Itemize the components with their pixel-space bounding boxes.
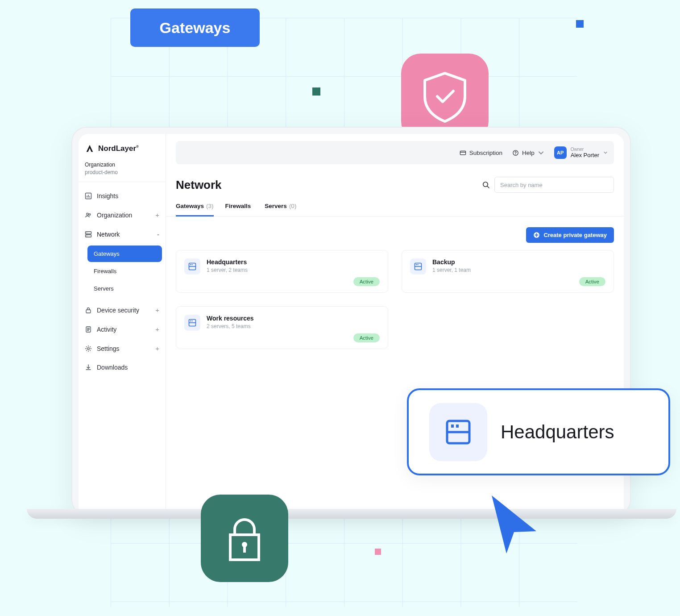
lock-badge: [201, 495, 288, 582]
gateway-name: Work resources: [207, 315, 254, 322]
sidebar: NordLayer® Organization product-demo Ins…: [79, 134, 166, 515]
org-block: Organization product-demo: [79, 160, 166, 182]
decorative-square: [375, 549, 381, 555]
brand-logo-icon: [85, 144, 95, 154]
page-title: Network: [176, 178, 222, 192]
gateway-card[interactable]: Backup 1 server, 1 team Active: [402, 250, 614, 293]
lock-icon: [222, 512, 267, 565]
server-icon: [184, 315, 200, 331]
svg-point-6: [87, 235, 87, 236]
callout-card: Headquarters: [407, 388, 670, 475]
gear-icon: [85, 345, 92, 352]
status-badge: Active: [353, 277, 380, 286]
status-badge: Active: [353, 333, 380, 342]
server-icon: [410, 258, 426, 275]
brand: NordLayer®: [79, 134, 166, 160]
svg-point-9: [87, 347, 89, 349]
chart-icon: [85, 192, 92, 200]
svg-rect-3: [86, 232, 91, 234]
topbar: Subscription Help AP Owner Alex Porter: [176, 141, 614, 164]
svg-rect-23: [192, 320, 193, 321]
org-name: product-demo: [85, 169, 159, 175]
org-label: Organization: [85, 162, 159, 168]
status-badge: Active: [579, 277, 605, 286]
svg-point-5: [87, 232, 87, 233]
svg-point-12: [515, 154, 516, 154]
svg-rect-17: [192, 264, 193, 265]
lock-icon: [85, 307, 92, 314]
brand-name: NordLayer®: [98, 144, 139, 153]
gateway-name: Headquarters: [207, 258, 248, 266]
svg-rect-29: [456, 425, 459, 428]
floating-label-gateways: Gateways: [130, 8, 260, 47]
svg-point-1: [87, 213, 88, 215]
expand-icon: +: [155, 325, 159, 333]
help-menu[interactable]: Help: [512, 150, 544, 156]
card-icon: [460, 150, 466, 156]
server-icon: [184, 258, 200, 275]
users-icon: [85, 212, 92, 219]
tab-gateways[interactable]: Gateways (3): [176, 203, 214, 216]
sidebar-item-network[interactable]: Network -: [79, 225, 166, 244]
sidebar-item-settings[interactable]: Settings +: [79, 339, 166, 358]
nav: Insights Organization + Network -: [79, 182, 166, 381]
shield-check-icon: [420, 71, 469, 124]
subnav-firewalls[interactable]: Firewalls: [87, 263, 162, 279]
svg-rect-20: [418, 264, 419, 265]
svg-rect-19: [416, 264, 417, 265]
laptop-base: [27, 509, 676, 519]
svg-rect-10: [460, 151, 465, 154]
help-icon: [512, 150, 519, 156]
avatar: AP: [554, 146, 567, 159]
gateway-sub: 1 server, 2 teams: [207, 267, 248, 273]
create-private-gateway-button[interactable]: Create private gateway: [526, 227, 614, 243]
gateway-name: Backup: [432, 258, 471, 266]
cursor-icon: [485, 491, 543, 558]
expand-icon: +: [155, 211, 159, 219]
svg-rect-22: [190, 320, 191, 321]
subnav-gateways[interactable]: Gateways: [87, 246, 162, 262]
gateway-sub: 2 servers, 5 teams: [207, 323, 254, 329]
subnav-servers[interactable]: Servers: [87, 280, 162, 297]
svg-rect-16: [190, 264, 191, 265]
search-input[interactable]: [494, 177, 614, 193]
user-menu[interactable]: AP Owner Alex Porter: [554, 146, 608, 159]
subnav-network: Gateways Firewalls Servers: [79, 244, 166, 300]
gateway-cards: Headquarters 1 server, 2 teams Active Ba…: [166, 250, 624, 349]
collapse-icon: -: [157, 230, 159, 238]
gateway-sub: 1 server, 1 team: [432, 267, 471, 273]
expand-icon: +: [155, 345, 159, 352]
server-icon: [429, 403, 487, 461]
subscription-link[interactable]: Subscription: [460, 150, 502, 156]
sidebar-item-device-security[interactable]: Device security +: [79, 300, 166, 320]
svg-rect-7: [86, 310, 91, 313]
expand-icon: +: [155, 306, 159, 314]
download-icon: [85, 364, 92, 371]
gateway-card[interactable]: Work resources 2 servers, 5 teams Active: [176, 306, 388, 349]
chevron-down-icon: [603, 150, 608, 155]
decorative-square: [576, 20, 584, 28]
plus-circle-icon: [533, 232, 540, 238]
chevron-down-icon: [538, 150, 544, 156]
tab-servers[interactable]: Servers (0): [265, 203, 296, 216]
sidebar-item-downloads[interactable]: Downloads: [79, 358, 166, 377]
tab-firewalls[interactable]: Firewalls: [225, 203, 253, 216]
gateway-card[interactable]: Headquarters 1 server, 2 teams Active: [176, 250, 388, 293]
sidebar-item-activity[interactable]: Activity +: [79, 320, 166, 339]
svg-point-2: [89, 213, 91, 215]
decorative-square: [312, 87, 320, 96]
search-icon: [482, 181, 490, 189]
document-icon: [85, 326, 92, 333]
callout-label: Headquarters: [501, 421, 614, 443]
server-icon: [85, 231, 92, 238]
svg-rect-4: [86, 235, 91, 237]
svg-rect-28: [451, 425, 454, 428]
sidebar-item-organization[interactable]: Organization +: [79, 205, 166, 225]
user-name: Alex Porter: [571, 152, 599, 158]
svg-rect-26: [243, 546, 246, 553]
sidebar-item-insights[interactable]: Insights: [79, 187, 166, 205]
user-role: Owner: [571, 147, 599, 152]
tabs: Gateways (3) Firewalls Servers (0): [166, 196, 624, 216]
